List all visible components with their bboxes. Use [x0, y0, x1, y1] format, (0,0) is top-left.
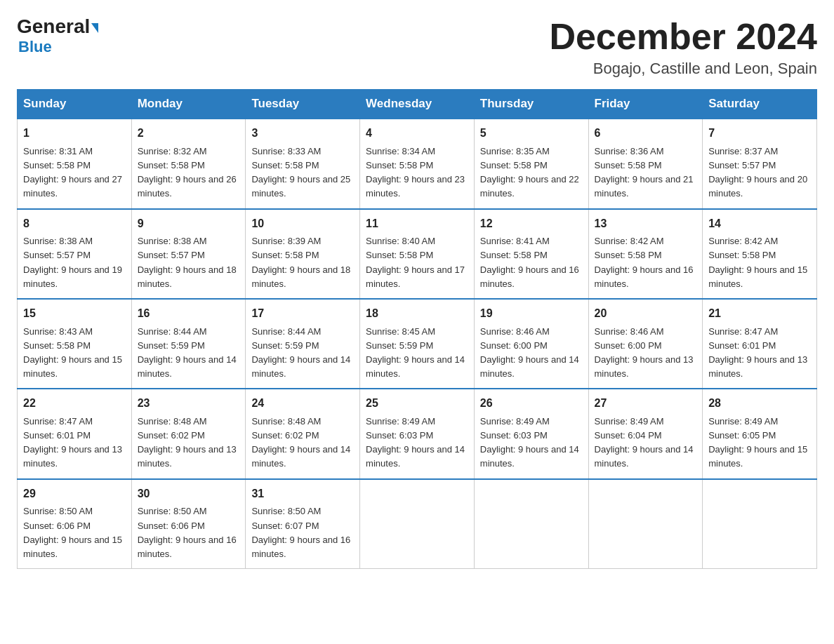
col-saturday: Saturday [703, 90, 817, 119]
day-info: Sunrise: 8:41 AMSunset: 5:58 PMDaylight:… [480, 234, 583, 291]
day-info: Sunrise: 8:36 AMSunset: 5:58 PMDaylight:… [595, 145, 697, 201]
day-number: 14 [708, 215, 811, 233]
table-row [474, 479, 588, 569]
day-number: 4 [366, 125, 468, 142]
table-row: 28Sunrise: 8:49 AMSunset: 6:05 PMDayligh… [703, 389, 817, 478]
table-row: 16Sunrise: 8:44 AMSunset: 5:59 PMDayligh… [131, 299, 246, 389]
day-info: Sunrise: 8:49 AMSunset: 6:04 PMDaylight:… [595, 415, 697, 471]
col-monday: Monday [131, 90, 246, 119]
day-info: Sunrise: 8:44 AMSunset: 5:59 PMDaylight:… [251, 325, 354, 382]
table-row: 25Sunrise: 8:49 AMSunset: 6:03 PMDayligh… [360, 389, 475, 478]
location-subtitle: Bogajo, Castille and Leon, Spain [549, 60, 817, 78]
day-info: Sunrise: 8:38 AMSunset: 5:57 PMDaylight:… [138, 234, 240, 291]
day-number: 16 [138, 305, 240, 323]
day-info: Sunrise: 8:44 AMSunset: 5:59 PMDaylight:… [138, 325, 240, 382]
day-info: Sunrise: 8:46 AMSunset: 6:00 PMDaylight:… [595, 325, 697, 382]
table-row: 21Sunrise: 8:47 AMSunset: 6:01 PMDayligh… [703, 299, 817, 389]
table-row: 31Sunrise: 8:50 AMSunset: 6:07 PMDayligh… [246, 479, 360, 569]
table-row: 23Sunrise: 8:48 AMSunset: 6:02 PMDayligh… [131, 389, 246, 478]
day-number: 22 [23, 395, 126, 412]
day-info: Sunrise: 8:42 AMSunset: 5:58 PMDaylight:… [708, 234, 811, 291]
table-row: 3Sunrise: 8:33 AMSunset: 5:58 PMDaylight… [246, 119, 360, 208]
col-wednesday: Wednesday [360, 90, 475, 119]
table-row: 13Sunrise: 8:42 AMSunset: 5:58 PMDayligh… [588, 209, 703, 299]
day-info: Sunrise: 8:47 AMSunset: 6:01 PMDaylight:… [708, 325, 811, 382]
table-row: 27Sunrise: 8:49 AMSunset: 6:04 PMDayligh… [588, 389, 703, 478]
day-info: Sunrise: 8:33 AMSunset: 5:58 PMDaylight:… [251, 145, 354, 201]
day-info: Sunrise: 8:49 AMSunset: 6:05 PMDaylight:… [708, 415, 811, 471]
day-number: 7 [708, 125, 811, 142]
day-number: 31 [251, 485, 354, 503]
table-row: 9Sunrise: 8:38 AMSunset: 5:57 PMDaylight… [131, 209, 246, 299]
day-info: Sunrise: 8:35 AMSunset: 5:58 PMDaylight:… [480, 145, 583, 201]
page-header: General Blue December 2024 Bogajo, Casti… [17, 17, 817, 78]
day-info: Sunrise: 8:34 AMSunset: 5:58 PMDaylight:… [366, 145, 468, 201]
day-info: Sunrise: 8:48 AMSunset: 6:02 PMDaylight:… [138, 415, 240, 471]
day-info: Sunrise: 8:40 AMSunset: 5:58 PMDaylight:… [366, 234, 468, 291]
day-number: 27 [595, 395, 697, 412]
day-number: 11 [366, 215, 468, 233]
day-number: 30 [138, 485, 240, 503]
day-info: Sunrise: 8:50 AMSunset: 6:06 PMDaylight:… [23, 504, 126, 561]
day-info: Sunrise: 8:31 AMSunset: 5:58 PMDaylight:… [23, 145, 126, 201]
day-info: Sunrise: 8:46 AMSunset: 6:00 PMDaylight:… [480, 325, 583, 382]
day-number: 1 [23, 125, 126, 142]
day-info: Sunrise: 8:32 AMSunset: 5:58 PMDaylight:… [138, 145, 240, 201]
day-number: 28 [708, 395, 811, 412]
table-row: 10Sunrise: 8:39 AMSunset: 5:58 PMDayligh… [246, 209, 360, 299]
col-sunday: Sunday [18, 90, 132, 119]
day-info: Sunrise: 8:42 AMSunset: 5:58 PMDaylight:… [595, 234, 697, 291]
table-row: 20Sunrise: 8:46 AMSunset: 6:00 PMDayligh… [588, 299, 703, 389]
table-row: 17Sunrise: 8:44 AMSunset: 5:59 PMDayligh… [246, 299, 360, 389]
table-row: 5Sunrise: 8:35 AMSunset: 5:58 PMDaylight… [474, 119, 588, 208]
table-row [703, 479, 817, 569]
table-row: 8Sunrise: 8:38 AMSunset: 5:57 PMDaylight… [18, 209, 132, 299]
calendar-week-row: 1Sunrise: 8:31 AMSunset: 5:58 PMDaylight… [18, 119, 817, 208]
table-row: 2Sunrise: 8:32 AMSunset: 5:58 PMDaylight… [131, 119, 246, 208]
day-info: Sunrise: 8:39 AMSunset: 5:58 PMDaylight:… [251, 234, 354, 291]
table-row: 12Sunrise: 8:41 AMSunset: 5:58 PMDayligh… [474, 209, 588, 299]
day-number: 25 [366, 395, 468, 412]
col-tuesday: Tuesday [246, 90, 360, 119]
day-number: 13 [595, 215, 697, 233]
day-number: 15 [23, 305, 126, 323]
logo: General Blue [17, 17, 98, 56]
day-info: Sunrise: 8:49 AMSunset: 6:03 PMDaylight:… [480, 415, 583, 471]
table-row: 15Sunrise: 8:43 AMSunset: 5:58 PMDayligh… [18, 299, 132, 389]
day-number: 17 [251, 305, 354, 323]
day-info: Sunrise: 8:38 AMSunset: 5:57 PMDaylight:… [23, 234, 126, 291]
month-year-title: December 2024 [549, 17, 817, 57]
calendar-table: Sunday Monday Tuesday Wednesday Thursday… [17, 89, 817, 569]
day-number: 8 [23, 215, 126, 233]
day-info: Sunrise: 8:50 AMSunset: 6:07 PMDaylight:… [251, 504, 354, 561]
table-row: 7Sunrise: 8:37 AMSunset: 5:57 PMDaylight… [703, 119, 817, 208]
day-number: 18 [366, 305, 468, 323]
day-number: 21 [708, 305, 811, 323]
day-number: 19 [480, 305, 583, 323]
day-number: 29 [23, 485, 126, 503]
logo-triangle-icon [91, 23, 98, 33]
day-number: 5 [480, 125, 583, 142]
table-row: 11Sunrise: 8:40 AMSunset: 5:58 PMDayligh… [360, 209, 475, 299]
logo-blue: Blue [17, 38, 52, 56]
table-row: 24Sunrise: 8:48 AMSunset: 6:02 PMDayligh… [246, 389, 360, 478]
day-info: Sunrise: 8:50 AMSunset: 6:06 PMDaylight:… [138, 504, 240, 561]
col-friday: Friday [588, 90, 703, 119]
day-number: 26 [480, 395, 583, 412]
calendar-week-row: 8Sunrise: 8:38 AMSunset: 5:57 PMDaylight… [18, 209, 817, 299]
day-info: Sunrise: 8:49 AMSunset: 6:03 PMDaylight:… [366, 415, 468, 471]
calendar-week-row: 15Sunrise: 8:43 AMSunset: 5:58 PMDayligh… [18, 299, 817, 389]
table-row: 29Sunrise: 8:50 AMSunset: 6:06 PMDayligh… [18, 479, 132, 569]
table-row: 19Sunrise: 8:46 AMSunset: 6:00 PMDayligh… [474, 299, 588, 389]
table-row: 22Sunrise: 8:47 AMSunset: 6:01 PMDayligh… [18, 389, 132, 478]
day-number: 24 [251, 395, 354, 412]
day-number: 6 [595, 125, 697, 142]
day-number: 20 [595, 305, 697, 323]
table-row: 6Sunrise: 8:36 AMSunset: 5:58 PMDaylight… [588, 119, 703, 208]
day-number: 2 [138, 125, 240, 142]
day-number: 10 [251, 215, 354, 233]
col-thursday: Thursday [474, 90, 588, 119]
calendar-week-row: 29Sunrise: 8:50 AMSunset: 6:06 PMDayligh… [18, 479, 817, 569]
calendar-header-row: Sunday Monday Tuesday Wednesday Thursday… [18, 90, 817, 119]
table-row: 14Sunrise: 8:42 AMSunset: 5:58 PMDayligh… [703, 209, 817, 299]
